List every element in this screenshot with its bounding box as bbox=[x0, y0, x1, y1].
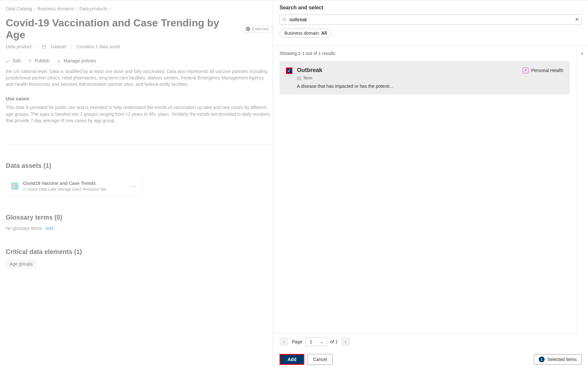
manage-policies-button[interactable]: Manage policies bbox=[57, 58, 96, 63]
svg-rect-3 bbox=[298, 77, 301, 80]
breadcrumb: Data Catalog › Business domains › Data p… bbox=[6, 6, 273, 11]
results-count: Showing 1-1 out of 1 results bbox=[280, 51, 570, 56]
page-title: Covid-19 Vaccination and Case Trending b… bbox=[6, 17, 238, 41]
term-icon bbox=[297, 76, 301, 80]
cancel-button[interactable]: Cancel bbox=[308, 354, 333, 365]
breadcrumb-item[interactable]: Data Catalog bbox=[6, 6, 32, 11]
glossary-empty: No glossary terms bbox=[6, 226, 42, 231]
more-button[interactable]: ··· bbox=[130, 183, 137, 190]
datalake-icon bbox=[11, 183, 18, 190]
result-checkbox[interactable] bbox=[286, 68, 292, 74]
result-card[interactable]: Outbreak P Personal Health Term bbox=[280, 61, 570, 95]
chevron-right-icon: › bbox=[34, 6, 36, 11]
clear-icon[interactable]: ✕ bbox=[575, 16, 579, 23]
pencil-icon bbox=[6, 58, 10, 63]
use-cases-text: This data is provided for public use and… bbox=[6, 104, 270, 124]
prev-page-button[interactable]: ‹ bbox=[280, 337, 289, 346]
description-continued: the US national level. Data is stratifie… bbox=[6, 68, 270, 88]
meta-kind: Dataset bbox=[51, 44, 66, 49]
business-domain-filter[interactable]: Business domain: All bbox=[280, 29, 332, 38]
selected-count-badge: 1 bbox=[539, 356, 545, 362]
pagination: ‹ Page 1 ⌄ of 1 › bbox=[273, 333, 576, 350]
endorsed-badge: Endorsed bbox=[242, 25, 273, 33]
data-assets-heading: Data assets (1) bbox=[6, 162, 273, 169]
svg-point-1 bbox=[59, 61, 60, 63]
data-asset-card[interactable]: Covid19 Vaccine and Case Trends Azure Da… bbox=[6, 176, 142, 196]
breadcrumb-item[interactable]: Data products bbox=[79, 6, 107, 11]
endorsed-check-icon bbox=[246, 27, 250, 31]
critical-heading: Critical data elements (1) bbox=[6, 248, 273, 256]
asset-name: Covid19 Vaccine and Case Trends bbox=[23, 181, 126, 186]
publish-button[interactable]: Publish bbox=[28, 58, 50, 63]
edit-button[interactable]: Edit bbox=[6, 58, 21, 63]
svg-point-0 bbox=[58, 60, 59, 61]
search-select-panel: Search and select ✕ Business domain: All… bbox=[273, 0, 588, 370]
add-glossary-link[interactable]: Add bbox=[45, 226, 53, 231]
page-select[interactable]: 1 ⌄ bbox=[306, 337, 327, 346]
critical-element-chip[interactable]: Age groups bbox=[6, 259, 37, 268]
collapse-right-button[interactable]: « bbox=[581, 51, 583, 56]
meta-type: Data product bbox=[6, 44, 32, 49]
breadcrumb-item[interactable]: Business domains bbox=[37, 6, 74, 11]
search-input[interactable] bbox=[280, 14, 582, 25]
page-label: Page bbox=[292, 339, 302, 344]
result-description: A disease that has impacted or has the p… bbox=[297, 84, 563, 89]
dataset-icon bbox=[42, 44, 46, 49]
chevron-down-icon[interactable]: ⌄ bbox=[316, 339, 327, 344]
use-cases-heading: Use cases bbox=[6, 95, 270, 102]
panel-title: Search and select bbox=[280, 5, 582, 11]
add-button[interactable]: Add bbox=[280, 354, 304, 365]
publish-icon bbox=[28, 58, 32, 63]
meta-count: Contains 1 data asset bbox=[77, 44, 120, 49]
divider bbox=[6, 144, 273, 145]
result-type: Term bbox=[303, 76, 312, 80]
domain-letter-icon: P bbox=[523, 68, 528, 73]
page-of: of 1 bbox=[330, 339, 338, 344]
result-domain-tag: P Personal Health bbox=[523, 68, 563, 73]
chevron-right-icon: › bbox=[109, 6, 111, 11]
result-title: Outbreak bbox=[297, 67, 322, 74]
selected-items-button[interactable]: 1 Selected items bbox=[534, 354, 582, 365]
policies-icon bbox=[57, 58, 61, 63]
chevron-right-icon: › bbox=[76, 6, 78, 11]
resource-set-icon bbox=[23, 187, 26, 192]
endorsed-label: Endorsed bbox=[252, 27, 269, 31]
action-bar: Edit Publish Manage policies bbox=[6, 58, 273, 63]
asset-subtype: Azure Data Lake Storage Gen2 Resource Se… bbox=[28, 187, 106, 192]
next-page-button[interactable]: › bbox=[341, 337, 350, 346]
glossary-heading: Glossary terms (0) bbox=[6, 214, 273, 221]
meta-row: Data product | Dataset | Contains 1 data… bbox=[6, 44, 273, 49]
